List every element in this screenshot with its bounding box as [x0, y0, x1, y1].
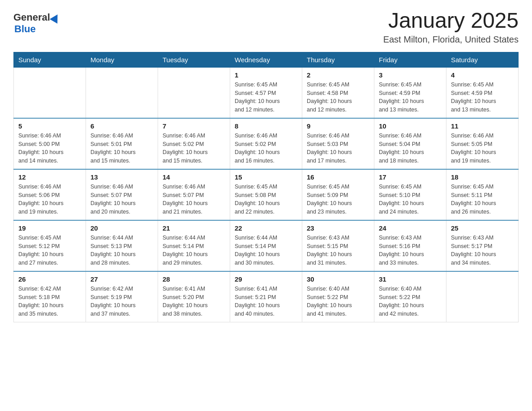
calendar-cell: [446, 271, 519, 322]
page-header: General Blue January 2025 East Milton, F…: [13, 9, 519, 45]
day-info: Sunrise: 6:45 AM Sunset: 4:59 PM Dayligh…: [451, 81, 514, 114]
day-info: Sunrise: 6:44 AM Sunset: 5:14 PM Dayligh…: [235, 234, 297, 267]
calendar-week-row: 26Sunrise: 6:42 AM Sunset: 5:18 PM Dayli…: [14, 271, 519, 322]
calendar-cell: 6Sunrise: 6:46 AM Sunset: 5:01 PM Daylig…: [86, 118, 158, 169]
day-info: Sunrise: 6:46 AM Sunset: 5:06 PM Dayligh…: [18, 183, 81, 216]
day-number: 28: [163, 275, 225, 283]
location-subtitle: East Milton, Florida, United States: [383, 34, 519, 45]
day-number: 5: [18, 122, 81, 130]
day-info: Sunrise: 6:42 AM Sunset: 5:19 PM Dayligh…: [90, 285, 153, 318]
day-info: Sunrise: 6:46 AM Sunset: 5:02 PM Dayligh…: [163, 132, 225, 165]
day-number: 20: [90, 224, 153, 232]
calendar-week-row: 5Sunrise: 6:46 AM Sunset: 5:00 PM Daylig…: [14, 118, 519, 169]
day-number: 23: [307, 224, 369, 232]
day-number: 11: [451, 122, 514, 130]
day-number: 3: [379, 71, 442, 79]
calendar-title: January 2025: [383, 9, 519, 33]
day-number: 25: [451, 224, 514, 232]
calendar-cell: 8Sunrise: 6:46 AM Sunset: 5:02 PM Daylig…: [230, 118, 302, 169]
calendar-cell: 23Sunrise: 6:43 AM Sunset: 5:15 PM Dayli…: [302, 220, 374, 271]
day-info: Sunrise: 6:44 AM Sunset: 5:13 PM Dayligh…: [90, 234, 153, 267]
calendar-cell: 18Sunrise: 6:45 AM Sunset: 5:11 PM Dayli…: [446, 169, 519, 220]
calendar-cell: 11Sunrise: 6:46 AM Sunset: 5:05 PM Dayli…: [446, 118, 519, 169]
calendar-cell: 9Sunrise: 6:46 AM Sunset: 5:03 PM Daylig…: [302, 118, 374, 169]
day-number: 6: [90, 122, 153, 130]
calendar-cell: 21Sunrise: 6:44 AM Sunset: 5:14 PM Dayli…: [158, 220, 230, 271]
calendar-cell: 28Sunrise: 6:41 AM Sunset: 5:20 PM Dayli…: [158, 271, 230, 322]
day-number: 9: [307, 122, 369, 130]
day-info: Sunrise: 6:45 AM Sunset: 4:58 PM Dayligh…: [307, 81, 369, 114]
day-number: 4: [451, 71, 514, 79]
day-info: Sunrise: 6:45 AM Sunset: 5:08 PM Dayligh…: [235, 183, 297, 216]
day-number: 30: [307, 275, 369, 283]
day-info: Sunrise: 6:43 AM Sunset: 5:16 PM Dayligh…: [379, 234, 442, 267]
day-info: Sunrise: 6:45 AM Sunset: 4:57 PM Dayligh…: [235, 81, 297, 114]
day-info: Sunrise: 6:45 AM Sunset: 5:10 PM Dayligh…: [379, 183, 442, 216]
day-info: Sunrise: 6:40 AM Sunset: 5:22 PM Dayligh…: [307, 285, 369, 318]
day-number: 26: [18, 275, 81, 283]
logo-text-blue: Blue: [14, 23, 36, 34]
calendar-cell: 10Sunrise: 6:46 AM Sunset: 5:04 PM Dayli…: [374, 118, 446, 169]
day-number: 15: [235, 173, 297, 181]
day-info: Sunrise: 6:41 AM Sunset: 5:21 PM Dayligh…: [235, 285, 297, 318]
calendar-cell: 5Sunrise: 6:46 AM Sunset: 5:00 PM Daylig…: [14, 118, 86, 169]
day-number: 27: [90, 275, 153, 283]
logo-general-text: General Blue: [13, 12, 58, 35]
day-number: 31: [379, 275, 442, 283]
calendar-cell: 14Sunrise: 6:46 AM Sunset: 5:07 PM Dayli…: [158, 169, 230, 220]
day-number: 12: [18, 173, 81, 181]
day-number: 7: [163, 122, 225, 130]
calendar-week-row: 1Sunrise: 6:45 AM Sunset: 4:57 PM Daylig…: [14, 67, 519, 118]
day-number: 17: [379, 173, 442, 181]
day-info: Sunrise: 6:45 AM Sunset: 4:59 PM Dayligh…: [379, 81, 442, 114]
calendar-cell: 26Sunrise: 6:42 AM Sunset: 5:18 PM Dayli…: [14, 271, 86, 322]
calendar-cell: 27Sunrise: 6:42 AM Sunset: 5:19 PM Dayli…: [86, 271, 158, 322]
day-info: Sunrise: 6:46 AM Sunset: 5:03 PM Dayligh…: [307, 132, 369, 165]
day-number: 1: [235, 71, 297, 79]
calendar-header-row: SundayMondayTuesdayWednesdayThursdayFrid…: [14, 52, 519, 67]
calendar-dow-sunday: Sunday: [14, 52, 86, 67]
calendar-cell: 1Sunrise: 6:45 AM Sunset: 4:57 PM Daylig…: [230, 67, 302, 118]
calendar-dow-wednesday: Wednesday: [230, 52, 302, 67]
day-number: 24: [379, 224, 442, 232]
day-number: 14: [163, 173, 225, 181]
day-info: Sunrise: 6:44 AM Sunset: 5:14 PM Dayligh…: [163, 234, 225, 267]
day-info: Sunrise: 6:45 AM Sunset: 5:12 PM Dayligh…: [18, 234, 81, 267]
calendar-dow-friday: Friday: [374, 52, 446, 67]
day-info: Sunrise: 6:46 AM Sunset: 5:07 PM Dayligh…: [163, 183, 225, 216]
calendar-cell: 29Sunrise: 6:41 AM Sunset: 5:21 PM Dayli…: [230, 271, 302, 322]
day-info: Sunrise: 6:46 AM Sunset: 5:07 PM Dayligh…: [90, 183, 153, 216]
calendar-cell: 4Sunrise: 6:45 AM Sunset: 4:59 PM Daylig…: [446, 67, 519, 118]
day-info: Sunrise: 6:41 AM Sunset: 5:20 PM Dayligh…: [163, 285, 225, 318]
logo: General Blue: [13, 9, 58, 35]
day-number: 22: [235, 224, 297, 232]
calendar-cell: 30Sunrise: 6:40 AM Sunset: 5:22 PM Dayli…: [302, 271, 374, 322]
day-number: 19: [18, 224, 81, 232]
calendar-cell: 22Sunrise: 6:44 AM Sunset: 5:14 PM Dayli…: [230, 220, 302, 271]
calendar-cell: 7Sunrise: 6:46 AM Sunset: 5:02 PM Daylig…: [158, 118, 230, 169]
day-info: Sunrise: 6:40 AM Sunset: 5:22 PM Dayligh…: [379, 285, 442, 318]
calendar-cell: 25Sunrise: 6:43 AM Sunset: 5:17 PM Dayli…: [446, 220, 519, 271]
day-info: Sunrise: 6:43 AM Sunset: 5:17 PM Dayligh…: [451, 234, 514, 267]
calendar-cell: 12Sunrise: 6:46 AM Sunset: 5:06 PM Dayli…: [14, 169, 86, 220]
day-info: Sunrise: 6:46 AM Sunset: 5:01 PM Dayligh…: [90, 132, 153, 165]
day-number: 16: [307, 173, 369, 181]
day-number: 21: [163, 224, 225, 232]
calendar-cell: 24Sunrise: 6:43 AM Sunset: 5:16 PM Dayli…: [374, 220, 446, 271]
day-number: 8: [235, 122, 297, 130]
calendar-dow-saturday: Saturday: [446, 52, 519, 67]
calendar-cell: 16Sunrise: 6:45 AM Sunset: 5:09 PM Dayli…: [302, 169, 374, 220]
calendar-cell: [158, 67, 230, 118]
day-info: Sunrise: 6:46 AM Sunset: 5:02 PM Dayligh…: [235, 132, 297, 165]
day-info: Sunrise: 6:45 AM Sunset: 5:09 PM Dayligh…: [307, 183, 369, 216]
calendar-cell: 20Sunrise: 6:44 AM Sunset: 5:13 PM Dayli…: [86, 220, 158, 271]
calendar-cell: [86, 67, 158, 118]
title-block: January 2025 East Milton, Florida, Unite…: [383, 9, 519, 45]
calendar-cell: 19Sunrise: 6:45 AM Sunset: 5:12 PM Dayli…: [14, 220, 86, 271]
calendar-cell: 3Sunrise: 6:45 AM Sunset: 4:59 PM Daylig…: [374, 67, 446, 118]
logo-triangle-icon: [50, 12, 61, 24]
day-info: Sunrise: 6:46 AM Sunset: 5:04 PM Dayligh…: [379, 132, 442, 165]
day-number: 18: [451, 173, 514, 181]
calendar-cell: 13Sunrise: 6:46 AM Sunset: 5:07 PM Dayli…: [86, 169, 158, 220]
calendar-dow-thursday: Thursday: [302, 52, 374, 67]
